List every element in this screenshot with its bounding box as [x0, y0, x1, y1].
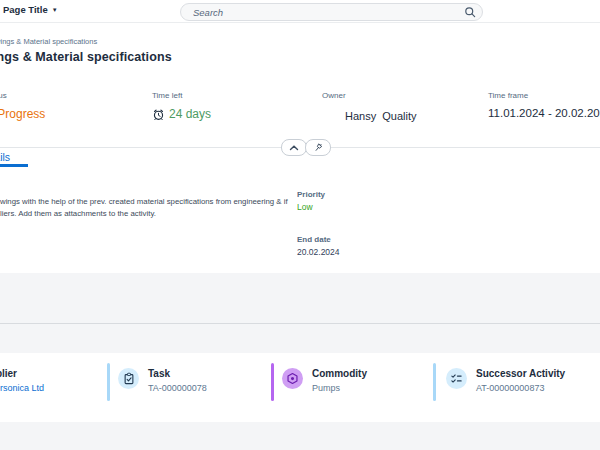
successor-activity-icon	[446, 368, 467, 389]
caret-down-icon: ▼	[52, 7, 58, 13]
owner-label: Owner	[322, 91, 417, 100]
card-divider-bar	[433, 363, 436, 401]
app-title-menu[interactable]: Page Title ▼	[3, 4, 58, 15]
card-commodity[interactable]: Commodity Pumps	[312, 362, 367, 402]
collapse-header-button[interactable]	[281, 139, 307, 156]
page-title: Drawings & Material specifications	[0, 50, 172, 64]
app-title-label: Page Title	[3, 4, 48, 15]
status-value: In Progress	[0, 107, 45, 121]
chevron-up-icon	[289, 144, 299, 152]
time-left-label: Time left	[152, 91, 211, 100]
end-date-label: End date	[297, 235, 340, 244]
footer-band	[0, 422, 600, 450]
time-left-value: 24 days	[169, 107, 211, 121]
card-task[interactable]: Task TA-000000078	[148, 362, 207, 402]
app-window: Page Title ▼ Drawings & Material specifi…	[0, 0, 600, 450]
tab-details-underline	[0, 164, 28, 167]
tab-details[interactable]: Details	[0, 151, 10, 163]
fact-status: Status In Progress	[0, 91, 45, 121]
search-input[interactable]	[191, 5, 450, 20]
priority-label: Priority	[297, 190, 325, 199]
section-divider	[0, 323, 600, 324]
avatar	[322, 107, 339, 124]
end-date-field: End date 20.02.2024	[297, 235, 340, 257]
commodity-icon	[282, 368, 303, 389]
priority-field: Priority Low	[297, 190, 325, 212]
card-divider-bar	[271, 363, 274, 401]
card-supplier-link[interactable]: Personica Ltd	[0, 383, 44, 393]
card-commodity-value: Pumps	[312, 383, 367, 393]
card-successor-id: AT-00000000873	[476, 383, 565, 393]
card-task-title: Task	[148, 368, 207, 379]
card-divider-bar	[107, 363, 110, 401]
card-successor-title: Successor Activity	[476, 368, 565, 379]
alarm-clock-icon	[152, 108, 165, 121]
status-label: Status	[0, 91, 45, 100]
card-supplier[interactable]: Supplier Personica Ltd	[0, 362, 44, 402]
search-field[interactable]	[180, 3, 483, 21]
header-actions	[281, 139, 331, 156]
time-frame-value: 11.01.2024 - 20.02.2024	[488, 107, 600, 119]
fact-time-frame: Time frame 11.01.2024 - 20.02.2024	[488, 91, 600, 119]
priority-value: Low	[297, 202, 325, 212]
card-commodity-title: Commodity	[312, 368, 367, 379]
time-frame-label: Time frame	[488, 91, 600, 100]
card-successor-activity[interactable]: Successor Activity AT-00000000873	[476, 362, 565, 402]
card-task-id: TA-000000078	[148, 383, 207, 393]
fact-time-left: Time left 24 days	[152, 91, 211, 121]
card-supplier-title: Supplier	[0, 368, 44, 379]
search-icon[interactable]	[464, 6, 476, 18]
shell-bar: Page Title ▼	[0, 0, 600, 23]
owner-value: Hansy Quality	[345, 110, 417, 122]
pin-icon	[313, 142, 324, 153]
end-date-value: 20.02.2024	[297, 247, 340, 257]
fact-owner: Owner Hansy Quality	[322, 91, 417, 124]
description-line-2: liers. Add them as attachments to the ac…	[0, 209, 156, 218]
description-line-1: wings with the help of the prev. created…	[0, 197, 288, 206]
task-icon	[118, 368, 139, 389]
breadcrumb[interactable]: Drawings & Material specifications	[0, 37, 97, 46]
section-spacer	[0, 273, 600, 353]
pin-header-button[interactable]	[305, 139, 331, 156]
